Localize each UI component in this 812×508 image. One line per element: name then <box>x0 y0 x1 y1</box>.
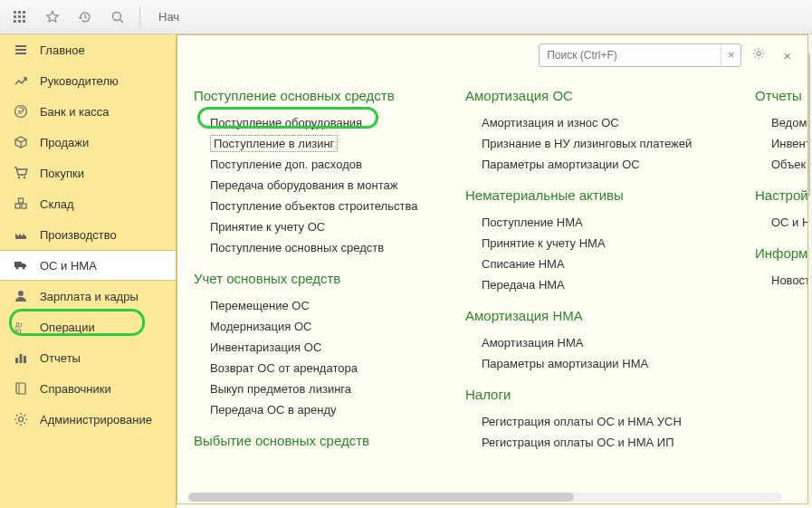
sidebar-item-reports[interactable]: Отчеты <box>0 342 176 373</box>
svg-rect-5 <box>23 15 25 18</box>
function-panel: × × Поступление основных средств Поступл… <box>177 34 808 504</box>
apps-icon[interactable] <box>7 5 33 30</box>
tab-home[interactable]: Нач <box>149 3 188 31</box>
sidebar-item-catalog[interactable]: Справочники <box>0 373 176 404</box>
menu-link[interactable]: Принятие к учету ОС <box>194 216 429 237</box>
menu-link[interactable]: Принятие к учету НМА <box>465 233 719 254</box>
boxes-icon <box>13 196 29 211</box>
group-title[interactable]: Нематериальные активы <box>465 187 719 203</box>
group-title[interactable]: Настрой <box>755 187 807 203</box>
group-title[interactable]: Налоги <box>465 387 719 402</box>
menu-link[interactable]: Передача оборудования в монтаж <box>194 175 429 196</box>
svg-rect-0 <box>14 11 16 14</box>
menu-link[interactable]: Поступление основных средств <box>194 237 429 258</box>
menu-link[interactable]: Выкуп предметов лизинга <box>194 379 429 399</box>
truck-icon <box>13 258 29 273</box>
svg-point-21 <box>23 267 25 270</box>
menu-link[interactable]: Поступление объектов строительства <box>194 196 429 216</box>
svg-rect-12 <box>15 49 26 51</box>
menu-link[interactable]: Передача ОС в аренду <box>194 399 429 420</box>
svg-rect-1 <box>18 11 21 14</box>
sidebar-item-manager[interactable]: Руководителю <box>0 65 176 96</box>
svg-point-16 <box>24 177 25 178</box>
top-toolbar: Нач <box>0 0 812 34</box>
sidebar-item-assets[interactable]: ОС и НМА <box>0 250 176 281</box>
menu-link[interactable]: Передача НМА <box>465 274 719 295</box>
book-icon <box>13 381 29 396</box>
sidebar-item-purchases[interactable]: Покупки <box>0 158 176 188</box>
group-title[interactable]: Амортизация НМА <box>465 308 719 323</box>
menu-link[interactable]: Амортизация НМА <box>465 332 719 353</box>
search-icon[interactable] <box>105 5 130 30</box>
menu-link[interactable]: Параметры амортизации ОС <box>465 154 719 175</box>
home-icon <box>13 43 29 57</box>
package-icon <box>13 135 29 149</box>
menu-link[interactable]: Поступление НМА <box>465 212 719 233</box>
sidebar-item-warehouse[interactable]: Склад <box>0 188 176 219</box>
sidebar-label: Покупки <box>40 167 84 180</box>
menu-link[interactable]: Регистрация оплаты ОС и НМА ИП <box>465 432 719 453</box>
svg-point-9 <box>113 12 121 20</box>
svg-rect-18 <box>22 204 26 208</box>
ruble-icon <box>13 104 29 119</box>
sidebar-item-production[interactable]: Производство <box>0 219 176 250</box>
sidebar-item-hr[interactable]: Зарплата и кадры <box>0 281 176 312</box>
history-icon[interactable] <box>72 5 98 30</box>
clear-search-button[interactable]: × <box>721 44 740 66</box>
menu-link[interactable]: ОС и Н <box>755 212 807 233</box>
menu-link[interactable]: Признание в НУ лизинговых платежей <box>465 133 719 154</box>
horizontal-scrollbar[interactable] <box>188 493 782 502</box>
group-title[interactable]: Учет основных средств <box>194 271 429 286</box>
cart-icon <box>13 166 29 180</box>
group-title[interactable]: Выбытие основных средств <box>194 433 429 448</box>
menu-link[interactable]: Ведомо <box>755 112 807 133</box>
menu-link-leasing[interactable]: Поступление в лизинг <box>210 135 338 152</box>
svg-rect-6 <box>14 20 16 23</box>
sidebar-item-operations[interactable]: ДтКтОперации <box>0 312 176 342</box>
sidebar: Главное Руководителю Банк и касса Продаж… <box>0 34 177 508</box>
menu-link[interactable]: Списание НМА <box>465 254 719 274</box>
group-title[interactable]: Амортизация ОС <box>465 88 719 103</box>
sidebar-item-bank[interactable]: Банк и касса <box>0 96 176 127</box>
sidebar-item-admin[interactable]: Администрирование <box>0 404 176 435</box>
menu-link[interactable]: Перемещение ОС <box>194 295 429 316</box>
bars-icon <box>13 350 29 365</box>
settings-button[interactable] <box>749 43 770 68</box>
sidebar-label: Справочники <box>40 382 111 396</box>
gear-icon <box>13 412 29 427</box>
menu-link[interactable]: Регистрация оплаты ОС и НМА УСН <box>465 411 719 432</box>
menu-link[interactable]: Амортизация и износ ОС <box>465 112 719 133</box>
sidebar-item-main[interactable]: Главное <box>0 34 176 65</box>
svg-point-20 <box>16 267 19 270</box>
menu-link[interactable]: Модернизация ОС <box>194 316 429 337</box>
menu-link[interactable]: Инвент <box>755 133 807 154</box>
column-1: Поступление основных средств Поступление… <box>194 75 429 498</box>
star-icon[interactable] <box>40 5 65 30</box>
group-title[interactable]: Поступление основных средств <box>194 88 429 103</box>
menu-link[interactable]: Инвентаризация ОС <box>194 337 429 358</box>
svg-text:Кт: Кт <box>15 328 23 334</box>
close-panel-button[interactable]: × <box>778 44 797 67</box>
search-input[interactable] <box>540 49 721 62</box>
svg-line-10 <box>120 19 124 23</box>
svg-rect-13 <box>15 53 26 54</box>
sidebar-label: Операции <box>40 321 95 334</box>
sidebar-label: Продажи <box>40 136 89 149</box>
svg-point-29 <box>19 417 24 422</box>
group-title[interactable]: Информ <box>755 245 807 261</box>
group-title[interactable]: Отчеты <box>755 88 807 103</box>
svg-rect-8 <box>23 20 25 23</box>
svg-rect-17 <box>15 204 20 208</box>
menu-link[interactable]: Параметры амортизации НМА <box>465 353 719 374</box>
menu-link[interactable]: Новост <box>755 270 807 291</box>
menu-link[interactable]: Объек <box>755 154 807 175</box>
sidebar-label: Склад <box>40 197 74 211</box>
menu-link[interactable]: Возврат ОС от арендатора <box>194 358 429 379</box>
sidebar-item-sales[interactable]: Продажи <box>0 127 176 158</box>
menu-link[interactable]: Поступление оборудования <box>194 112 429 133</box>
svg-rect-25 <box>15 358 18 363</box>
svg-point-22 <box>18 291 24 296</box>
menu-link[interactable]: Поступление доп. расходов <box>194 154 429 175</box>
toolbar-divider <box>139 6 140 28</box>
chart-up-icon <box>13 73 29 88</box>
